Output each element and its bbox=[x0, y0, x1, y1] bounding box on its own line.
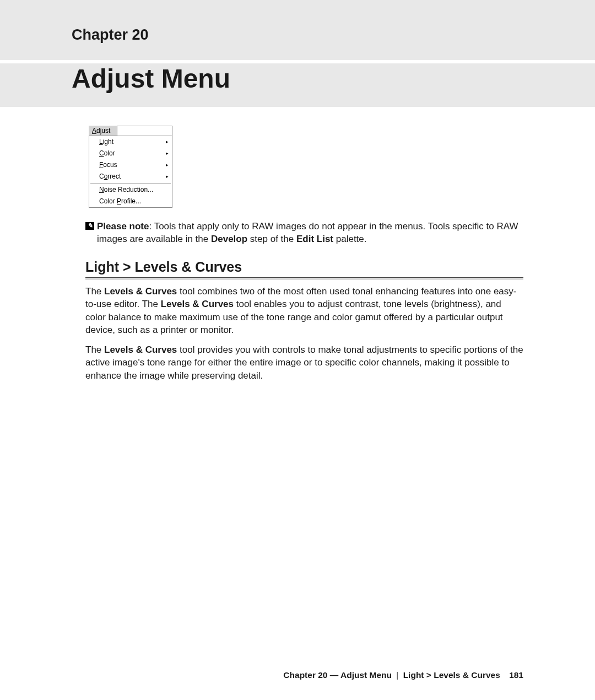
note-block: ✎ Please note: Tools that apply only to … bbox=[85, 220, 523, 246]
submenu-arrow-icon: ▸ bbox=[166, 139, 169, 145]
footer-breadcrumb: Light > Levels & Curves bbox=[403, 670, 500, 680]
body-paragraph: The Levels & Curves tool combines two of… bbox=[85, 285, 523, 337]
menu-item-label: Color bbox=[99, 149, 115, 158]
chapter-label: Chapter 20 bbox=[72, 26, 523, 44]
pencil-icon: ✎ bbox=[85, 222, 94, 230]
menu-item[interactable]: Color Profile... bbox=[89, 196, 172, 207]
menu-item-label: Focus bbox=[99, 161, 117, 169]
menu-title: Adjust bbox=[89, 126, 117, 136]
chapter-header-band: Chapter 20 Adjust Menu bbox=[0, 0, 595, 107]
menu-item-label: Correct bbox=[99, 173, 121, 181]
page-number: 181 bbox=[509, 670, 523, 680]
footer-separator: | bbox=[396, 670, 398, 680]
submenu-arrow-icon: ▸ bbox=[166, 174, 169, 180]
section-heading-light-levels-curves: Light > Levels & Curves bbox=[85, 259, 523, 278]
menu-item[interactable]: Correct▸ bbox=[89, 171, 172, 182]
menu-item[interactable]: Noise Reduction... bbox=[89, 184, 172, 196]
adjust-menu-screenshot: Adjust Light▸Color▸Focus▸Correct▸ Noise … bbox=[89, 126, 172, 208]
menu-item-label: Noise Reduction... bbox=[99, 186, 153, 194]
submenu-arrow-icon: ▸ bbox=[166, 162, 169, 168]
menu-item-label: Color Profile... bbox=[99, 197, 141, 206]
menu-item[interactable]: Light▸ bbox=[89, 136, 172, 148]
menu-divider bbox=[90, 183, 171, 184]
body-paragraph: The Levels & Curves tool provides you wi… bbox=[85, 343, 523, 382]
note-text: Please note: Tools that apply only to RA… bbox=[97, 220, 523, 246]
page-footer: Chapter 20 — Adjust Menu | Light > Level… bbox=[283, 670, 523, 680]
chapter-title: Adjust Menu bbox=[0, 63, 595, 107]
menu-item[interactable]: Focus▸ bbox=[89, 159, 172, 171]
footer-chapter: Chapter 20 — Adjust Menu bbox=[283, 670, 392, 680]
note-lead: Please note bbox=[97, 221, 149, 231]
menu-item[interactable]: Color▸ bbox=[89, 148, 172, 159]
menu-item-label: Light bbox=[99, 138, 113, 146]
submenu-arrow-icon: ▸ bbox=[166, 150, 169, 157]
